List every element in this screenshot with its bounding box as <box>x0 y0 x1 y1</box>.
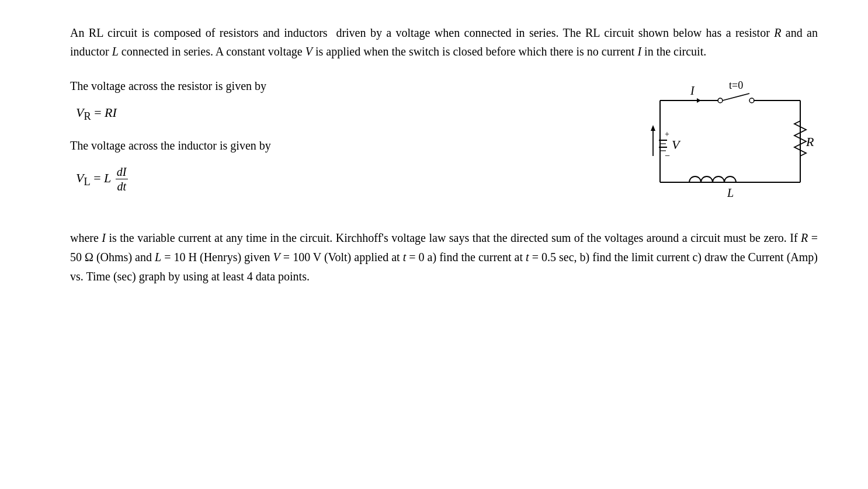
inductor-label: L <box>727 186 734 199</box>
voltage-arrow <box>651 125 655 131</box>
inductor-formula-block: VL = L dI dt <box>76 165 596 193</box>
main-content: An RL circuit is composed of resistors a… <box>70 23 818 286</box>
vl-L: L <box>104 171 111 185</box>
resistor-label: R <box>805 134 814 149</box>
vl-fraction: dI dt <box>116 165 128 193</box>
vr-symbol: V <box>76 105 84 120</box>
current-arrow <box>697 98 701 103</box>
time-label: t=0 <box>729 79 743 91</box>
vl-eq-prefix: = <box>93 171 104 185</box>
var-t2: t <box>526 251 529 263</box>
resistor-formula-block: VR = RI <box>76 105 596 123</box>
vr-equals: = <box>94 105 105 120</box>
svg-line-7 <box>723 93 749 100</box>
vr-subscript: R <box>84 110 91 122</box>
current-label: I <box>690 84 695 97</box>
svg-point-5 <box>718 98 723 103</box>
svg-point-6 <box>749 98 754 103</box>
resistor-description: The voltage across the resistor is given… <box>70 77 596 95</box>
vl-denominator: dt <box>116 179 127 193</box>
variable-V: V <box>305 45 313 58</box>
intro-paragraph: An RL circuit is composed of resistors a… <box>70 23 818 61</box>
vr-ri: RI <box>105 105 117 120</box>
variable-R: R <box>774 26 781 39</box>
circuit-diagram: I t=0 + − V R <box>643 71 818 214</box>
vl-numerator: dI <box>116 165 128 179</box>
circuit-svg: I t=0 + − V R <box>643 71 818 211</box>
variable-L: L <box>112 45 119 58</box>
var-R2: R <box>801 231 808 244</box>
voltage-label: V <box>672 137 681 152</box>
conclusion-paragraph: where I is the variable current at any t… <box>70 228 818 286</box>
middle-section: The voltage across the resistor is given… <box>70 77 818 214</box>
var-L2: L <box>155 251 161 263</box>
var-I: I <box>102 231 106 244</box>
plus-symbol: + <box>665 130 669 138</box>
var-V2: V <box>273 251 280 263</box>
formulas-section: The voltage across the resistor is given… <box>70 77 596 207</box>
variable-I: I <box>637 45 641 58</box>
inductor-description: The voltage across the inductor is given… <box>70 137 596 154</box>
vl-subscript: L <box>84 176 90 188</box>
vl-symbol: V <box>76 171 84 185</box>
var-t: t <box>403 251 407 263</box>
minus-symbol: − <box>665 151 670 161</box>
